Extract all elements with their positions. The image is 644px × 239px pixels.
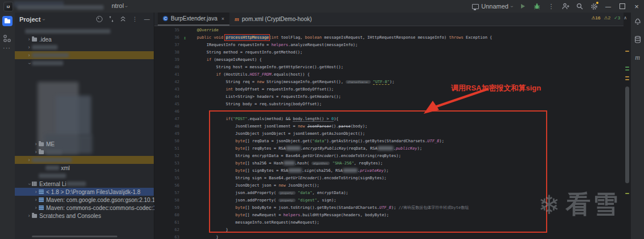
- line-number[interactable]: 38: [154, 50, 187, 55]
- code-line-57[interactable]: 57 json.addProperty( property: "data", e…: [154, 189, 624, 196]
- line-number[interactable]: 42: [154, 80, 187, 84]
- line-number[interactable]: 56: [154, 183, 187, 188]
- tree-item-external-li[interactable]: ›External Li: [15, 180, 154, 188]
- code-line-62[interactable]: 62 }: [154, 226, 624, 233]
- code-line-53[interactable]: 53 byte[] sha256 = Hash.hash( algorithm:…: [154, 159, 624, 167]
- minimize-button[interactable]: —: [604, 2, 612, 11]
- code-line-54[interactable]: 54 byte[] signBytes = RSA.sign(sha256, R…: [154, 167, 624, 174]
- code-line-50[interactable]: 50 byte[] reqData = jsonObject.get("data…: [154, 137, 624, 145]
- stripe-mark[interactable]: [625, 69, 629, 71]
- chevron-collapsed-icon[interactable]: ›: [26, 45, 32, 50]
- code-line-55[interactable]: 55 String sign = Base64.getUrlEncoder().…: [154, 174, 624, 182]
- close-button[interactable]: ×: [633, 2, 641, 11]
- code-line-56[interactable]: 56 JsonObject json = new JsonObject();: [154, 182, 624, 189]
- code-line-38[interactable]: 38 String method = requestInfo.getMethod…: [154, 48, 624, 56]
- tree-item-xml[interactable]: xml: [15, 164, 154, 172]
- line-number[interactable]: 50: [154, 139, 187, 143]
- code-line-41[interactable]: 41 if (HostUtils.HOST_FROM.equals(host))…: [154, 71, 624, 78]
- run-config-selector[interactable]: Unnamed ›: [472, 3, 512, 10]
- line-number[interactable]: 41: [154, 72, 187, 77]
- add-user-button[interactable]: [561, 2, 569, 11]
- line-number[interactable]: 60: [154, 213, 187, 217]
- code-line-39[interactable]: 39 if (messageIsRequest) {: [154, 56, 624, 63]
- line-number[interactable]: 36↥: [154, 35, 187, 40]
- panel-options-button[interactable]: ⋮: [132, 15, 138, 22]
- structure-tool-button[interactable]: [3, 34, 11, 44]
- code-line-42[interactable]: 42 String req = new String(messageInfo.g…: [154, 78, 624, 85]
- code-line-45[interactable]: 45 String body = req.substring(bodyOffse…: [154, 100, 624, 108]
- code-line-44[interactable]: 44 List<String> headers = requestInfo.ge…: [154, 93, 624, 100]
- run-button[interactable]: [519, 2, 527, 11]
- tree-item--1.8-d-program-files-java-jdk-1.8[interactable]: ›< 1.8 > D:\Program Files\Java\jdk-1.8: [15, 188, 154, 196]
- line-number[interactable]: 47: [154, 117, 187, 121]
- notifications-button[interactable]: [634, 17, 641, 27]
- chevron-collapsed-icon[interactable]: ›: [26, 158, 32, 163]
- code-line-52[interactable]: 52 String encryptData = Base64.getUrlEnc…: [154, 152, 624, 159]
- chevron-collapsed-icon[interactable]: ›: [33, 189, 39, 195]
- tree-item-maven-com.google.code.gson-gson-2.10.1[interactable]: ›Maven: com.google.code.gson:gson:2.10.1: [15, 196, 154, 204]
- project-tool-button[interactable]: [2, 16, 13, 26]
- line-number[interactable]: 49: [154, 131, 187, 136]
- chevron-collapsed-icon[interactable]: ›: [26, 37, 32, 42]
- chevron-collapsed-icon[interactable]: ›: [33, 197, 39, 203]
- line-number[interactable]: 35: [154, 28, 187, 32]
- chevron-expanded-icon[interactable]: ›: [27, 60, 32, 66]
- line-number[interactable]: 48: [154, 124, 187, 129]
- code-line-61[interactable]: 61 messageInfo.setRequest(newRequest);: [154, 219, 624, 226]
- search-button[interactable]: [576, 2, 584, 11]
- chevron-expanded-icon[interactable]: ›: [27, 181, 32, 187]
- line-number[interactable]: 43: [154, 87, 187, 92]
- chevron-collapsed-icon[interactable]: ›: [26, 213, 32, 219]
- line-number[interactable]: 44: [154, 94, 187, 99]
- stripe-mark[interactable]: [625, 76, 629, 77]
- database-button[interactable]: [634, 35, 641, 46]
- line-number[interactable]: 59: [154, 205, 187, 210]
- code-line-48[interactable]: 48 JsonElement jsonElement = new JsonPar…: [154, 122, 624, 130]
- line-number[interactable]: 57: [154, 191, 187, 195]
- tree-item-redacted[interactable]: ›: [15, 148, 154, 156]
- maximize-button[interactable]: [618, 2, 626, 11]
- line-number[interactable]: 54: [154, 168, 187, 173]
- line-number[interactable]: 55: [154, 176, 187, 180]
- tab-burpextender-java[interactable]: CBurpExtender.java×: [158, 13, 229, 26]
- code-line-63[interactable]: 63 }: [154, 233, 624, 239]
- chevron-collapsed-icon[interactable]: ›: [33, 150, 39, 155]
- code-line-59[interactable]: 59 byte[] bodyByte = json.toString().get…: [154, 204, 624, 211]
- code-line-60[interactable]: 60 byte[] newRequest = helpers.buildHttp…: [154, 211, 624, 219]
- code-editor[interactable]: 35 @Override36↥ public void processHttpM…: [154, 26, 624, 239]
- code-line-51[interactable]: 51 byte[] reqBytes = RSA.encryptByPublic…: [154, 145, 624, 152]
- line-number[interactable]: 46: [154, 109, 187, 114]
- tree-item-me[interactable]: ›ME: [15, 140, 154, 148]
- override-gutter-icon[interactable]: ↥: [183, 35, 186, 40]
- tree-item-redacted[interactable]: ›: [15, 156, 154, 164]
- tree-item-maven-commons-codec-commons-codec-1.13[interactable]: ›Maven: commons-codec:commons-codec:1.13: [15, 204, 154, 212]
- vertical-scrollbar[interactable]: [625, 86, 629, 183]
- code-line-47[interactable]: 47 if("POST".equals(method) && body.leng…: [154, 115, 624, 122]
- code-line-40[interactable]: 40 String host = messageInfo.getHttpServ…: [154, 63, 624, 71]
- stripe-mark[interactable]: [625, 67, 629, 68]
- branch-widget[interactable]: ntrol ›: [112, 2, 127, 9]
- tree-item-redacted[interactable]: ›: [15, 59, 154, 67]
- chevron-collapsed-icon[interactable]: ›: [33, 205, 39, 211]
- line-number[interactable]: 39: [154, 57, 187, 62]
- stripe-mark[interactable]: [625, 193, 629, 194]
- more-tool-windows-button[interactable]: ···: [3, 44, 11, 51]
- line-number[interactable]: 37: [154, 43, 187, 47]
- tree-item-redacted[interactable]: ›: [15, 51, 154, 59]
- horizontal-scrollbar[interactable]: [32, 236, 117, 237]
- stripe-mark[interactable]: [625, 51, 629, 52]
- tab-pom-xml-cryptdemo-hook-[interactable]: mpom.xml (CryptDemo-hook): [229, 13, 317, 26]
- tree-item-.idea[interactable]: ›.idea: [15, 35, 154, 43]
- line-number[interactable]: 63: [154, 235, 187, 239]
- tree-item-redacted[interactable]: [15, 27, 154, 35]
- tree-item-scratches-and-consoles[interactable]: ›Scratches and Consoles: [15, 212, 154, 220]
- tab-close-icon[interactable]: ×: [221, 16, 224, 22]
- inspections-widget[interactable]: ⚠16 ⚠2 ✓3 ∧ ∨: [591, 15, 634, 20]
- code-line-37[interactable]: 37 IRequestInfo requestInfo = helpers.an…: [154, 41, 624, 48]
- line-number[interactable]: 58: [154, 198, 187, 203]
- line-number[interactable]: 45: [154, 102, 187, 106]
- line-number[interactable]: 62: [154, 228, 187, 232]
- maven-tool-button[interactable]: m: [635, 53, 640, 62]
- line-number[interactable]: 53: [154, 161, 187, 166]
- line-number[interactable]: 61: [154, 220, 187, 225]
